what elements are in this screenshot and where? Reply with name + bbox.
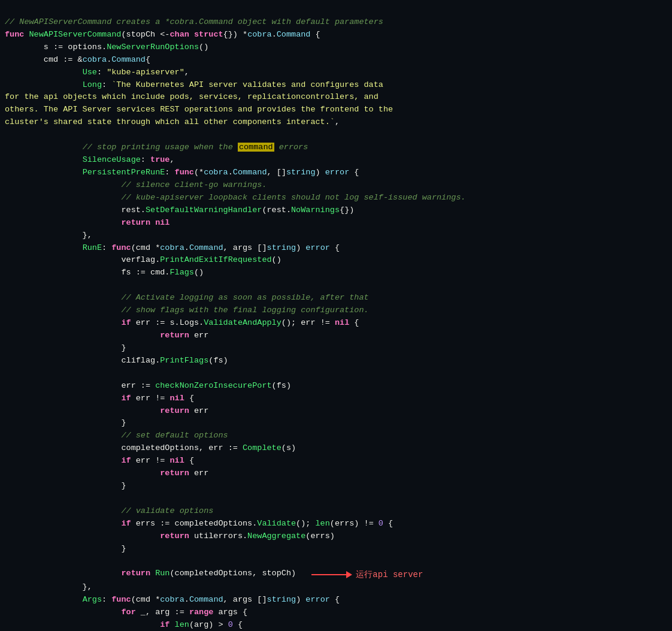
run-annotation: 运行api server xyxy=(311,569,423,582)
highlighted-word: command xyxy=(238,143,274,152)
code-editor: // NewAPIServerCommand creates a *cobra.… xyxy=(0,0,672,631)
